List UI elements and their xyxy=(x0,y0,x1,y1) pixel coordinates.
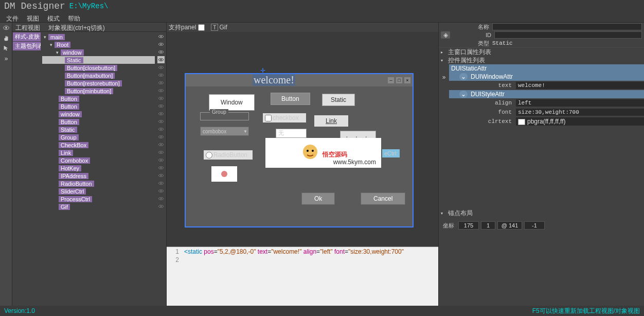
tree-item-button1[interactable]: Button xyxy=(42,95,155,102)
eye-icon[interactable] xyxy=(157,79,165,86)
tab-object-view[interactable]: 对象视图(ctrl+q切换) xyxy=(45,23,108,31)
prop-text-value[interactable]: welcome! xyxy=(516,82,644,89)
prop-font-value[interactable]: size:30,weight:700 xyxy=(516,109,644,116)
eye-icon[interactable] xyxy=(157,180,165,187)
tool-eye-icon[interactable] xyxy=(0,23,12,33)
eye-icon[interactable] xyxy=(157,156,165,164)
mock-window[interactable]: ✛ welcome! – □ × Window Button Static xyxy=(185,73,414,227)
dui-static-header[interactable]: DUIStaticAttr xyxy=(449,64,644,73)
dui-window-header[interactable]: ⌄DUIWindowAttr xyxy=(449,73,644,81)
eye-icon[interactable] xyxy=(157,118,165,125)
eye-icon[interactable] xyxy=(157,72,165,79)
tree-item-radiobutton[interactable]: RadioButton xyxy=(42,180,155,187)
menu-mode[interactable]: 模式 xyxy=(43,13,64,21)
ctrl-props-header[interactable]: ▾控件属性列表 xyxy=(439,56,644,64)
tree-item-window2[interactable]: window xyxy=(42,110,155,118)
mock-cancel-button[interactable]: Cancel xyxy=(361,192,405,205)
tool-hand-icon[interactable] xyxy=(0,33,12,43)
menu-view[interactable]: 视图 xyxy=(23,13,43,21)
text-tool-icon[interactable]: T xyxy=(211,24,218,31)
prop-align-value[interactable]: left xyxy=(516,99,644,107)
coord-input-1[interactable] xyxy=(458,221,479,230)
color-swatch-icon[interactable] xyxy=(518,119,525,125)
tree-item-link[interactable]: Link xyxy=(42,149,155,156)
canvas[interactable]: ✛ welcome! – □ × Window Button Static xyxy=(167,32,438,247)
code-editor[interactable]: 1 2 <static pos="5,2,@180,-0" text="welc… xyxy=(167,247,438,306)
tree-item-btn-max[interactable]: Button[maxbutton] xyxy=(42,72,155,79)
coord-input-2[interactable] xyxy=(481,221,495,230)
tree-item-btn-restore[interactable]: Button[restorebutton] xyxy=(42,79,155,87)
mock-min-button[interactable]: – xyxy=(388,77,394,83)
eye-icon[interactable] xyxy=(157,95,165,102)
eye-icon[interactable] xyxy=(157,195,165,202)
tree-item-sliderctrl[interactable]: SliderCtrl xyxy=(42,187,155,195)
eye-icon[interactable] xyxy=(157,164,165,171)
tree-item-window[interactable]: ▾window xyxy=(42,48,155,56)
tree-item-combobox[interactable]: Combobox xyxy=(42,156,155,164)
eye-icon[interactable] xyxy=(157,149,165,156)
eye-icon[interactable] xyxy=(157,172,165,179)
anchor-handle-icon[interactable]: ✛ xyxy=(260,67,266,73)
eye-icon[interactable] xyxy=(157,126,165,133)
eye-icon[interactable] xyxy=(157,48,165,56)
host-props-header[interactable]: ▸主窗口属性列表 xyxy=(439,48,644,56)
anchor-layout-header[interactable]: ▾锚点布局 xyxy=(439,209,644,217)
mock-combobox[interactable]: combobox xyxy=(200,127,249,136)
eye-icon[interactable] xyxy=(157,87,165,94)
mock-link[interactable]: Link xyxy=(314,115,348,127)
mock-max-button[interactable]: □ xyxy=(396,77,402,83)
tab-project-view[interactable]: 工程视图 xyxy=(12,23,43,31)
code-content[interactable]: <static pos="5,2,@180,-0" text="welcome!… xyxy=(182,247,438,306)
mock-title-static[interactable]: welcome! xyxy=(253,74,295,86)
mock-close-button[interactable]: × xyxy=(404,77,410,83)
eye-icon[interactable] xyxy=(157,133,165,141)
style-skin-item[interactable]: 样式-皮肤 xyxy=(13,32,41,41)
mock-static[interactable]: Static xyxy=(322,94,355,106)
mock-window-button[interactable]: Window xyxy=(209,94,255,111)
mock-hotkey-input[interactable]: 无 xyxy=(276,129,307,138)
eye-icon[interactable] xyxy=(157,110,165,117)
tree-item-gif[interactable]: Gif xyxy=(42,203,155,210)
eye-icon[interactable] xyxy=(157,187,165,195)
mock-ok-button[interactable]: Ok xyxy=(301,192,335,205)
mock-checkbox[interactable]: checkbox xyxy=(263,113,306,122)
tree-item-checkbox[interactable]: CheckBox xyxy=(42,141,155,149)
tree-item-button3[interactable]: Button xyxy=(42,118,155,126)
tree-item-main[interactable]: ▾main xyxy=(42,33,155,41)
tool-expand-icon[interactable]: » xyxy=(0,54,12,64)
eye-icon[interactable] xyxy=(157,141,165,148)
tree-item-static2[interactable]: Static xyxy=(42,126,155,133)
gif-tool-label[interactable]: Gif xyxy=(219,24,227,31)
mock-ctrl-label[interactable]: eCtrl: xyxy=(382,149,400,157)
prop-clrtext-value[interactable]: pbgra(ff,ff,ff,ff) xyxy=(516,117,644,126)
tree-item-btn-min[interactable]: Button[minbutton] xyxy=(42,87,155,95)
mock-gif-image[interactable] xyxy=(211,166,237,182)
style-theme-item[interactable]: 主题包列表 xyxy=(13,42,41,50)
mock-button[interactable]: Button xyxy=(271,93,310,105)
menu-file[interactable]: 文件 xyxy=(2,13,23,21)
eye-icon[interactable] xyxy=(157,41,165,48)
tree-item-root[interactable]: ▾Root xyxy=(42,41,155,48)
tree-item-button2[interactable]: Button xyxy=(42,102,155,110)
tool-cursor-icon[interactable] xyxy=(0,43,12,54)
eye-icon[interactable] xyxy=(157,203,165,210)
eye-icon[interactable] xyxy=(157,64,165,71)
tree-item-btn-close[interactable]: Button[closebutton] xyxy=(42,64,155,72)
mock-group[interactable] xyxy=(200,112,249,120)
dui-style-header[interactable]: ⌄DUIStyleAttr xyxy=(449,90,644,98)
panel-support-checkbox[interactable] xyxy=(198,24,205,31)
coord-input-4[interactable] xyxy=(524,221,545,230)
tree-item-static-selected[interactable]: Static xyxy=(42,56,155,64)
eye-icon[interactable] xyxy=(157,56,165,63)
prop-id-input[interactable] xyxy=(494,31,642,39)
coord-input-3[interactable] xyxy=(497,221,522,230)
tree-item-hotkey[interactable]: HotKey xyxy=(42,164,155,172)
tree-item-processctrl[interactable]: ProcessCtrl xyxy=(42,195,155,203)
mock-titlebar[interactable]: welcome! – □ × xyxy=(186,74,413,86)
tree-item-ipaddress[interactable]: IPAddress xyxy=(42,172,155,180)
prop-name-input[interactable] xyxy=(492,23,642,30)
expand-icon[interactable]: » xyxy=(442,74,446,81)
tree-item-group[interactable]: Group xyxy=(42,133,155,141)
eye-icon[interactable] xyxy=(157,33,165,40)
eye-icon[interactable] xyxy=(157,102,165,110)
